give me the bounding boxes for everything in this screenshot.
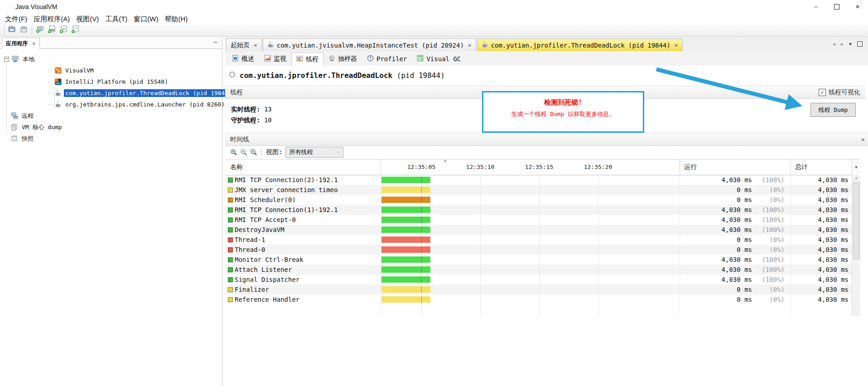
tree-item[interactable]: com.yutian.jprofiler.ThreadDeadLock (pid…: [48, 87, 222, 99]
thread-row[interactable]: Attach Listener 4,030 ms (100%) 4,030 ms: [225, 265, 852, 275]
timeline-gridline: [480, 175, 481, 316]
thread-row[interactable]: Thread-1 0 ms (0%) 4,030 ms: [225, 235, 852, 245]
close-timeline-icon[interactable]: ×: [861, 136, 865, 143]
thread-row[interactable]: RMI Scheduler(0) 0 ms (0%) 4,030 ms: [225, 195, 852, 205]
thread-row[interactable]: RMI TCP Connection(2)-192.1 4,030 ms (10…: [225, 175, 852, 185]
menu-item[interactable]: 应用程序(A): [30, 14, 73, 24]
thread-row[interactable]: DestroyJavaVM 4,030 ms (100%) 4,030 ms: [225, 225, 852, 235]
column-total[interactable]: 总计: [795, 163, 808, 171]
thread-view-value: 所有线程: [289, 148, 313, 156]
thread-row[interactable]: JMX server connection timeo 0 ms (0%) 4,…: [225, 185, 852, 195]
thread-visualization-toggle[interactable]: ✓ 线程可视化: [819, 88, 860, 96]
menu-item[interactable]: 窗口(W): [130, 14, 161, 24]
thread-name: RMI TCP Connection(2)-192.1: [235, 176, 338, 183]
tree-guide-line: [6, 59, 7, 133]
vertical-scrollbar[interactable]: ∧: [852, 175, 860, 316]
close-icon[interactable]: ×: [675, 42, 678, 48]
maximize-button[interactable]: [826, 0, 847, 14]
add-vm-coredump-button[interactable]: 01: [58, 25, 68, 35]
daemon-threads-label: 守护线程:: [231, 116, 260, 124]
thread-state-icon: [228, 267, 233, 272]
tree-item[interactable]: 本地: [2, 53, 222, 65]
close-icon[interactable]: ×: [32, 40, 36, 47]
collapse-panel-button[interactable]: −: [213, 38, 217, 46]
checkbox-checked-icon[interactable]: ✓: [819, 89, 826, 96]
threads-view: com.yutian.jprofiler.ThreadDeadLock (pid…: [225, 66, 868, 386]
close-button[interactable]: ✕: [847, 0, 868, 14]
column-divider[interactable]: [381, 159, 381, 175]
tab-list-icon[interactable]: ▾: [849, 41, 852, 47]
scroll-tabs-left-icon[interactable]: ◂: [833, 41, 835, 47]
column-run[interactable]: 运行: [684, 163, 697, 171]
menu-item[interactable]: 文件(F): [2, 14, 30, 24]
tree-item[interactable]: org.jetbrains.jps.cmdline.Launcher (pid …: [48, 99, 222, 110]
thread-run-time: 4,030 ms: [684, 216, 752, 223]
tree-item[interactable]: VisualVM: [48, 65, 222, 76]
tree-item[interactable]: IntelliJ Platform (pid 15540): [48, 76, 222, 87]
scrollbar-thumb[interactable]: [853, 183, 860, 260]
thread-state-icon: [228, 217, 233, 222]
tree-item[interactable]: VM 核心 dump: [11, 121, 222, 133]
zoom-in-icon[interactable]: [230, 148, 238, 156]
add-remote-host-button[interactable]: [35, 25, 45, 35]
menu-item[interactable]: 工具(T): [102, 14, 130, 24]
document-tab[interactable]: com.yutian.jprofiler.ThreadDeadLock (pid…: [477, 39, 683, 51]
close-icon[interactable]: ×: [254, 42, 257, 48]
zoom-out-icon[interactable]: [240, 148, 248, 156]
document-tab-bar: 起始页 × com.yutian.jvisualvm.HeapInstanceT…: [225, 37, 868, 52]
thread-row[interactable]: Reference Handler 0 ms (0%) 4,030 ms: [225, 294, 852, 304]
column-name[interactable]: 名称: [230, 163, 243, 171]
document-tab[interactable]: com.yutian.jvisualvm.HeapInstanceTest (p…: [263, 39, 476, 51]
thread-dump-button[interactable]: 线程 Dump: [810, 103, 856, 117]
svg-text:01: 01: [62, 27, 66, 30]
thread-run-time: 4,030 ms: [684, 226, 752, 233]
app-title: com.yutian.jprofiler.ThreadDeadLock: [240, 71, 392, 80]
menu-item[interactable]: 视图(V): [73, 14, 102, 24]
thread-view-select[interactable]: 所有线程 ˅: [285, 147, 343, 158]
column-divider[interactable]: [791, 159, 791, 175]
zoom-fit-icon[interactable]: [250, 148, 258, 156]
tab-profiler[interactable]: Profiler: [362, 52, 412, 66]
column-divider[interactable]: [680, 159, 680, 175]
load-snapshot-button[interactable]: [7, 25, 17, 35]
thread-timeline-bar: [381, 296, 430, 303]
threads-section-label: 线程: [230, 88, 243, 96]
monitor-icon: [264, 55, 271, 63]
timeline-position-caret: ∧: [444, 159, 446, 163]
document-tab[interactable]: 起始页 ×: [226, 39, 262, 51]
tab-sampler[interactable]: 抽样器: [323, 52, 362, 66]
thread-state-icon: [228, 188, 233, 193]
thread-timeline-bar: [381, 266, 430, 273]
save-snapshot-icon: [20, 25, 29, 35]
close-icon[interactable]: ×: [468, 42, 472, 48]
scroll-tabs-right-icon[interactable]: ▸: [841, 41, 844, 47]
menu-item[interactable]: 帮助(H): [161, 14, 191, 24]
add-snapshot-button[interactable]: [70, 25, 80, 35]
tree-item[interactable]: 远程: [11, 110, 222, 121]
applications-panel-header: 应用程序 × −: [0, 37, 222, 49]
column-chooser-icon[interactable]: ▼: [852, 159, 860, 175]
thread-row[interactable]: RMI TCP Connection(1)-192.1 4,030 ms (10…: [225, 205, 852, 215]
scroll-up-icon[interactable]: ∧: [852, 175, 860, 182]
save-snapshot-button[interactable]: [19, 25, 29, 35]
thread-row[interactable]: Signal Dispatcher 4,030 ms (100%) 4,030 …: [225, 275, 852, 285]
tab-monitor[interactable]: 监视: [259, 52, 291, 66]
tab-applications[interactable]: 应用程序 ×: [2, 38, 40, 49]
tree-item[interactable]: 快照: [11, 133, 222, 144]
tab-overview[interactable]: i 概述: [227, 52, 259, 66]
thread-run-percent: (0%): [752, 246, 785, 253]
thread-row[interactable]: Finalizer 0 ms (0%) 4,030 ms: [225, 285, 852, 294]
thread-row[interactable]: RMI TCP Accept-0 4,030 ms (100%) 4,030 m…: [225, 215, 852, 225]
maximize-view-icon[interactable]: [857, 41, 863, 47]
thread-row[interactable]: Monitor Ctrl-Break 4,030 ms (100%) 4,030…: [225, 255, 852, 265]
tree-expander-icon[interactable]: [4, 57, 9, 62]
add-jmx-connection-button[interactable]: JMX: [47, 25, 57, 35]
tab-visualgc[interactable]: Visual GC: [412, 52, 466, 66]
minimize-button[interactable]: ─: [805, 0, 826, 14]
timeline-section-label: 时间线: [230, 135, 249, 144]
tab-threads[interactable]: 线程: [291, 53, 323, 66]
thread-row[interactable]: Thread-0 0 ms (0%) 4,030 ms: [225, 245, 852, 255]
thread-run-percent: (100%): [752, 266, 785, 273]
thread-run-time: 4,030 ms: [684, 266, 752, 273]
tree-item-label: 本地: [21, 55, 36, 64]
